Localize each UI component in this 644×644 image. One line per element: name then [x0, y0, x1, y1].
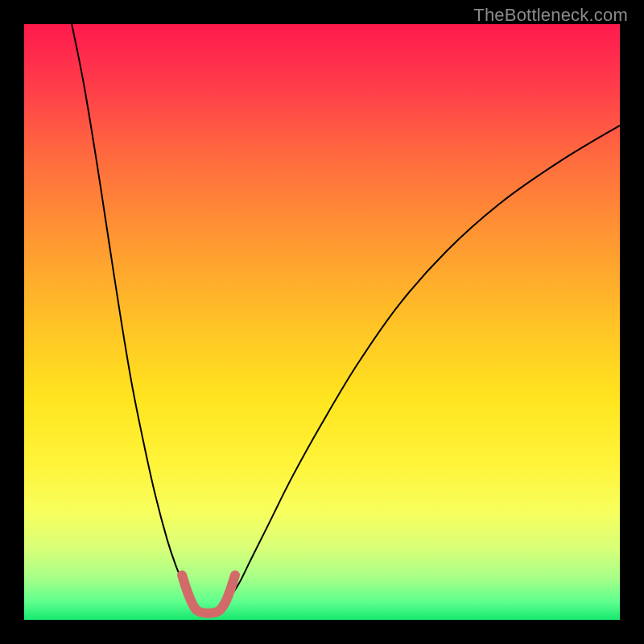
chart-frame: TheBottleneck.com [0, 0, 644, 644]
gradient-background [24, 24, 620, 620]
bottleneck-chart [24, 24, 620, 620]
watermark-text: TheBottleneck.com [473, 5, 628, 26]
